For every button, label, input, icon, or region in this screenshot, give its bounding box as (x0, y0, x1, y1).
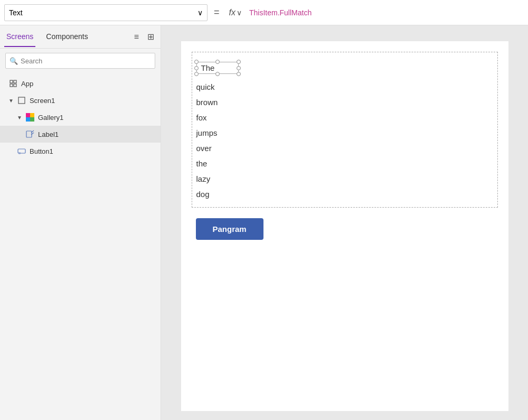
chevron-screen1: ▼ (8, 98, 14, 104)
equals-sign: = (212, 7, 222, 18)
svg-rect-4 (18, 97, 25, 104)
tree-label-button1: Button1 (30, 147, 53, 155)
tree-item-label1[interactable]: Label1 (0, 126, 161, 143)
tree-label-screen1: Screen1 (30, 97, 55, 105)
handle-tm[interactable] (215, 60, 220, 64)
tree-item-button1[interactable]: Button1 (0, 143, 161, 160)
formula-bar: Text ∨ = fx ∨ ThisItem.FullMatch (0, 0, 528, 25)
list-item: lazy (192, 171, 497, 186)
grid-view-button[interactable]: ⊞ (145, 30, 156, 44)
list-item: the (192, 156, 497, 171)
list-item: over (192, 141, 497, 156)
search-box: 🔍 (0, 49, 161, 73)
button-icon (17, 146, 26, 156)
svg-rect-0 (10, 80, 13, 83)
canvas-frame: The quick brown fox jumps over the lazy … (181, 41, 508, 411)
sidebar-tabs: Screens Components ≡ ⊞ (0, 25, 161, 49)
tree-item-gallery1[interactable]: ▼ Gallery1 (0, 109, 161, 126)
svg-rect-8 (30, 117, 34, 122)
tree-label-gallery1: Gallery1 (38, 114, 63, 122)
label-selected[interactable]: The (196, 62, 239, 74)
handle-tl[interactable] (194, 60, 199, 64)
svg-rect-5 (26, 113, 30, 117)
tree-label-app: App (21, 80, 33, 88)
property-selector[interactable]: Text ∨ (4, 4, 208, 21)
svg-rect-1 (14, 80, 16, 83)
screen-icon (17, 96, 26, 105)
property-selector-label: Text (9, 8, 23, 17)
tab-screens[interactable]: Screens (4, 27, 35, 47)
formula-expression[interactable]: ThisItem.FullMatch (249, 8, 524, 17)
fx-button[interactable]: fx ∨ (226, 6, 245, 20)
svg-rect-3 (14, 84, 16, 87)
list-item: fox (192, 110, 497, 125)
tab-components[interactable]: Components (44, 27, 90, 47)
fx-chevron: ∨ (237, 8, 242, 17)
handle-br[interactable] (237, 72, 241, 76)
svg-rect-2 (10, 84, 13, 87)
list-item: brown (192, 95, 497, 110)
gallery-icon (25, 113, 35, 122)
tree-item-app[interactable]: App (0, 75, 161, 92)
search-input[interactable] (5, 53, 155, 69)
tree-label-label1: Label1 (38, 130, 59, 138)
canvas-area[interactable]: The quick brown fox jumps over the lazy … (161, 25, 528, 420)
handle-ml[interactable] (194, 66, 199, 70)
property-selector-chevron: ∨ (197, 8, 203, 17)
label-icon (25, 129, 35, 139)
svg-rect-7 (26, 117, 30, 122)
handle-mr[interactable] (237, 66, 241, 70)
sidebar-tab-icons: ≡ ⊞ (132, 30, 156, 44)
list-item: jumps (192, 125, 497, 141)
list-view-button[interactable]: ≡ (132, 30, 141, 44)
main-layout: Screens Components ≡ ⊞ 🔍 App ▼ (0, 25, 528, 420)
tree-item-screen1[interactable]: ▼ Screen1 (0, 92, 161, 109)
app-icon (8, 79, 18, 88)
list-item: quick (192, 79, 497, 95)
fx-icon: fx (229, 8, 235, 17)
search-icon: 🔍 (10, 57, 18, 65)
chevron-gallery1: ▼ (17, 115, 22, 120)
handle-bm[interactable] (215, 72, 220, 76)
handle-bl[interactable] (194, 72, 199, 76)
pangram-button[interactable]: Pangram (196, 218, 263, 240)
handle-tr[interactable] (237, 60, 241, 64)
search-wrapper: 🔍 (5, 53, 155, 69)
svg-rect-9 (26, 131, 32, 137)
svg-rect-6 (30, 113, 34, 117)
gallery-container: The quick brown fox jumps over the lazy … (192, 52, 498, 208)
sidebar: Screens Components ≡ ⊞ 🔍 App ▼ (0, 25, 161, 420)
tree-view: App ▼ Screen1 ▼ (0, 73, 161, 420)
list-item: dog (192, 186, 497, 202)
svg-rect-13 (18, 152, 21, 154)
